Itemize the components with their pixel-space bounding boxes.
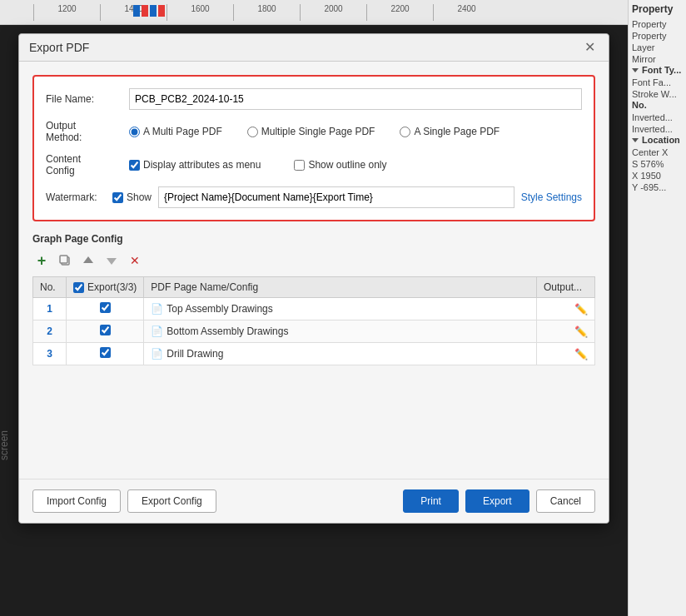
- checkbox-show-outline[interactable]: Show outline only: [294, 159, 386, 171]
- row3-export-checkbox[interactable]: [100, 347, 111, 358]
- right-panel-item: Center X: [632, 147, 683, 158]
- import-config-button[interactable]: Import Config: [32, 489, 121, 513]
- show-outline-input[interactable]: [294, 160, 305, 171]
- watermark-text-input[interactable]: [158, 186, 514, 208]
- dialog-title-bar: Export PDF ✕: [19, 34, 609, 62]
- table-toolbar: + ✕: [32, 251, 595, 270]
- chevron-down-icon: [632, 138, 639, 142]
- file-name-row: File Name:: [46, 88, 582, 110]
- copy-button[interactable]: [56, 251, 74, 270]
- font-type-label: Font Ty...: [642, 65, 681, 75]
- right-panel-item: Y -695...: [632, 181, 683, 193]
- doc-icon: 📄: [151, 303, 163, 315]
- output-method-group: A Multi Page PDF Multiple Single Page PD…: [129, 126, 500, 137]
- ruler-mark: 1200: [33, 4, 100, 21]
- move-down-button[interactable]: [102, 251, 121, 270]
- doc-icon: 📄: [151, 348, 163, 360]
- edit-icon[interactable]: ✏️: [574, 325, 588, 338]
- right-panel-title: Property: [632, 3, 683, 15]
- watermark-show-checkbox[interactable]: Show: [112, 191, 152, 203]
- col-no: No.: [33, 277, 67, 298]
- row-output[interactable]: ✏️: [537, 343, 595, 365]
- radio-multiple-single-label: Multiple Single Page PDF: [261, 126, 375, 137]
- right-panel-item: Stroke W...: [632, 88, 683, 100]
- export-config-button[interactable]: Export Config: [127, 489, 216, 513]
- cancel-button[interactable]: Cancel: [536, 489, 595, 513]
- right-panel-item: Property: [632, 18, 683, 30]
- watermark-controls: Show Style Settings: [112, 186, 582, 208]
- right-panel-item: Layer: [632, 42, 683, 53]
- row-no: 3: [33, 343, 67, 365]
- col-export: Export(3/3): [67, 277, 144, 298]
- right-panel-item: S 576%: [632, 158, 683, 170]
- edit-icon[interactable]: ✏️: [574, 303, 588, 315]
- table-row: 3 📄 Drill Drawing ✏️: [33, 343, 595, 365]
- ruler-mark: 2200: [366, 4, 433, 21]
- content-config-label: ContentConfig: [46, 153, 129, 176]
- right-panel-item: Inverted...: [632, 112, 683, 123]
- right-panel-item: X 1950: [632, 170, 683, 181]
- show-outline-label: Show outline only: [308, 159, 386, 171]
- export-pdf-dialog: Export PDF ✕ File Name: OutputMethod:: [18, 33, 609, 524]
- right-panel-section-location[interactable]: Location: [632, 135, 683, 145]
- table-row: 1 📄 Top Assembly Drawings ✏️: [33, 298, 595, 320]
- col-output: Output...: [537, 277, 595, 298]
- ruler: 1200 1400 1600 1800 2000 2200 2400: [0, 0, 686, 25]
- graph-config-title: Graph Page Config: [32, 233, 595, 245]
- chevron-down-icon: [632, 68, 639, 72]
- spacer: [32, 365, 595, 465]
- radio-single-page[interactable]: A Single Page PDF: [400, 126, 500, 137]
- pages-table: No. Export(3/3) PDF Page Name/Config Out…: [32, 276, 595, 365]
- right-panel-height: No.: [632, 100, 683, 110]
- radio-multi-page[interactable]: A Multi Page PDF: [129, 126, 222, 137]
- add-button[interactable]: +: [32, 251, 51, 270]
- row-export[interactable]: [67, 343, 144, 365]
- height-label: No.: [632, 100, 647, 110]
- row-output[interactable]: ✏️: [537, 320, 595, 343]
- radio-multiple-single[interactable]: Multiple Single Page PDF: [247, 126, 375, 137]
- right-panel-item: Mirror: [632, 53, 683, 65]
- display-attrs-input[interactable]: [129, 160, 140, 171]
- right-panel-item: Inverted...: [632, 123, 683, 135]
- watermark-show-input[interactable]: [112, 192, 123, 203]
- ruler-marks: 1200 1400 1600 1800 2000 2200 2400: [33, 4, 500, 21]
- table-row: 2 📄 Bottom Assembly Drawings ✏️: [33, 320, 595, 343]
- radio-single-input[interactable]: [400, 127, 410, 137]
- watermark-show-label: Show: [127, 191, 152, 203]
- right-panel: Property Property Property Layer Mirror …: [628, 0, 686, 616]
- close-button[interactable]: ✕: [581, 41, 599, 54]
- row1-export-checkbox[interactable]: [100, 302, 111, 313]
- move-up-button[interactable]: [79, 251, 97, 270]
- content-config-group: Display attributes as menu Show outline …: [129, 159, 386, 171]
- export-all-checkbox[interactable]: [73, 282, 84, 293]
- export-button[interactable]: Export: [465, 489, 529, 513]
- display-attrs-label: Display attributes as menu: [143, 159, 261, 171]
- watermark-row: Watermark: Show Style Settings: [46, 186, 582, 208]
- row2-export-checkbox[interactable]: [100, 325, 111, 335]
- export-options-section: File Name: OutputMethod: A Multi Page PD…: [32, 75, 595, 221]
- radio-multiple-single-input[interactable]: [247, 127, 258, 137]
- footer-left: Import Config Export Config: [32, 489, 216, 513]
- style-settings-link[interactable]: Style Settings: [521, 191, 582, 203]
- row-export[interactable]: [67, 298, 144, 320]
- ruler-mark: 1800: [233, 4, 300, 21]
- output-method-label: OutputMethod:: [46, 120, 129, 143]
- file-name-label: File Name:: [46, 93, 129, 105]
- radio-multi-input[interactable]: [129, 127, 140, 137]
- row-name: 📄 Top Assembly Drawings: [144, 298, 537, 320]
- ruler-mark: 2000: [300, 4, 366, 21]
- right-panel-section-font-type[interactable]: Font Ty...: [632, 65, 683, 75]
- doc-icon: 📄: [151, 325, 163, 337]
- col-pdf-name: PDF Page Name/Config: [144, 277, 537, 298]
- dialog-body: File Name: OutputMethod: A Multi Page PD…: [19, 62, 609, 479]
- footer-right: Print Export Cancel: [403, 489, 595, 513]
- ruler-mark: 1600: [167, 4, 233, 21]
- file-name-input[interactable]: [129, 88, 582, 110]
- edit-icon[interactable]: ✏️: [574, 348, 588, 360]
- delete-button[interactable]: ✕: [126, 251, 144, 270]
- svg-marker-2: [83, 256, 93, 263]
- row-export[interactable]: [67, 320, 144, 343]
- print-button[interactable]: Print: [403, 489, 459, 513]
- row-output[interactable]: ✏️: [537, 298, 595, 320]
- checkbox-display-attrs[interactable]: Display attributes as menu: [129, 159, 261, 171]
